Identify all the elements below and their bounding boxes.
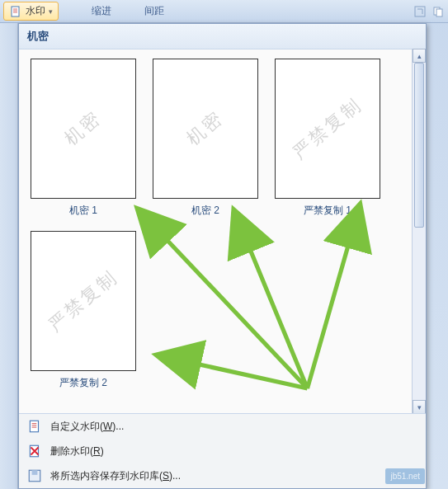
svg-rect-11 [32, 470, 38, 475]
watermark-dropdown-button[interactable]: 水印 ▾ [3, 2, 59, 21]
watermark-thumb[interactable]: 机密 机密 2 [148, 55, 263, 221]
page-icon [27, 419, 42, 434]
save-icon [27, 468, 42, 483]
gallery-scroll-area: 机密 机密 1 机密 机密 2 严禁复制 严禁复制 1 严禁复制 [19, 49, 426, 414]
watermark-text: 机密 [59, 106, 107, 151]
watermark-button-label: 水印 [26, 4, 45, 18]
chevron-down-icon: ▾ [49, 7, 53, 16]
menu-item-label: 将所选内容保存到水印库(S)... [50, 469, 181, 483]
svg-rect-0 [12, 7, 19, 16]
scrollbar-thumb[interactable] [414, 63, 424, 228]
remove-watermark-menu-item[interactable]: 删除水印(R) [19, 439, 426, 463]
ribbon-bar: 水印 ▾ 缩进 间距 [0, 0, 448, 23]
thumb-preview: 严禁复制 [275, 59, 380, 199]
copy-icon[interactable] [431, 5, 445, 18]
gallery-section-header: 机密 [19, 24, 426, 49]
gallery-scrollbar[interactable]: ▴ ▾ [412, 49, 426, 414]
menu-item-label: 删除水印(R) [50, 444, 104, 458]
thumb-label: 严禁复制 1 [304, 204, 351, 218]
svg-rect-3 [436, 9, 442, 16]
svg-rect-8 [30, 421, 38, 432]
thumb-preview: 机密 [153, 59, 258, 199]
dialog-launcher-icon[interactable] [413, 5, 427, 18]
scroll-up-arrow[interactable]: ▴ [413, 49, 426, 63]
thumb-label: 严禁复制 2 [59, 376, 107, 390]
thumb-label: 机密 1 [69, 204, 97, 218]
svg-rect-1 [415, 7, 425, 16]
page-icon [9, 5, 22, 18]
scroll-down-arrow[interactable]: ▾ [413, 400, 426, 414]
watermark-thumb[interactable]: 严禁复制 严禁复制 2 [26, 228, 141, 393]
ribbon-group-spacing: 间距 [144, 4, 164, 18]
save-to-gallery-menu-item[interactable]: 将所选内容保存到水印库(S)... [19, 463, 426, 488]
document-left-edge [0, 23, 18, 489]
thumb-preview: 机密 [31, 59, 136, 199]
ribbon-group-indent: 缩进 [92, 4, 111, 18]
watermark-text: 机密 [182, 106, 229, 151]
watermark-thumb[interactable]: 严禁复制 严禁复制 1 [270, 55, 385, 221]
watermark-gallery-panel: 机密 机密 机密 1 机密 机密 2 严禁复制 严禁复制 1 [18, 23, 427, 489]
custom-watermark-menu-item[interactable]: 自定义水印(W)... [19, 414, 426, 439]
thumb-preview: 严禁复制 [31, 231, 136, 371]
thumb-label: 机密 2 [191, 204, 219, 218]
watermark-thumb[interactable]: 机密 机密 1 [26, 55, 141, 221]
menu-item-label: 自定义水印(W)... [50, 420, 124, 434]
watermark-gallery: 机密 机密 1 机密 机密 2 严禁复制 严禁复制 1 严禁复制 [19, 49, 426, 400]
watermark-text: 严禁复制 [44, 265, 123, 336]
delete-icon [27, 444, 42, 458]
ribbon-right-group [413, 5, 445, 18]
watermark-text: 严禁复制 [288, 92, 367, 164]
gallery-footer-menu: 自定义水印(W)... 删除水印(R) 将所选内容保存到水印库(S)... [19, 413, 426, 488]
